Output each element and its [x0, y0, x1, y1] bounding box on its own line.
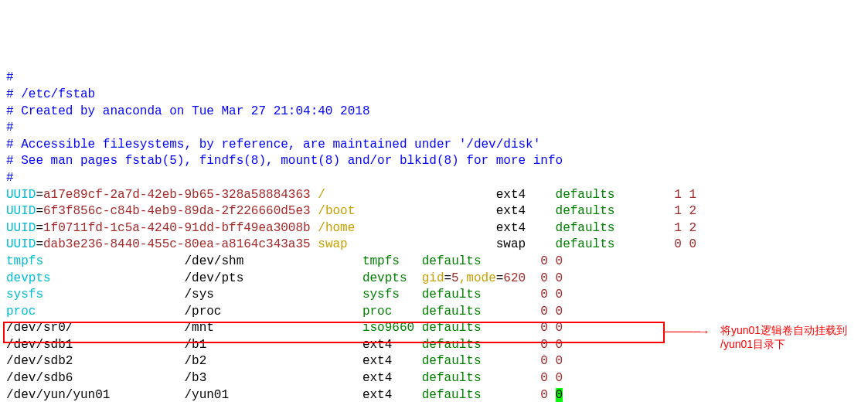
fs-type: ext4 [496, 188, 526, 202]
fstab-row: UUID=dab3e236-8440-455c-80ea-a8164c343a3… [6, 237, 696, 251]
pass: 0 [556, 354, 563, 368]
dump: 0 [540, 371, 548, 385]
mount-point: / [318, 188, 325, 202]
fstab-row: /dev/sdb2 /b2 ext4 defaults 0 0 [6, 354, 563, 368]
pass: 0 [556, 254, 563, 268]
fs-type: ext4 [363, 338, 392, 352]
mount-point: /mnt [184, 321, 213, 335]
mount-point: swap [318, 237, 347, 251]
uuid-value: 6f3f856c-c84b-4eb9-89da-2f226660d5e3 [43, 204, 311, 218]
eq: = [36, 204, 43, 218]
fstab-row-highlighted: /dev/yun/yun01 /yun01 ext4 defaults 0 0 [6, 388, 563, 402]
dump: 0 [540, 321, 548, 335]
comment-line: # [6, 171, 14, 185]
fs-type: proc [363, 305, 392, 319]
pass: 0 [556, 338, 563, 352]
fstab-row: UUID=1f0711fd-1c5a-4240-91dd-bff49ea3008… [6, 221, 696, 235]
fs-opts: defaults [556, 237, 615, 251]
uuid-label: UUID [6, 237, 36, 251]
device: devpts [6, 271, 51, 285]
fs-opts: defaults [422, 305, 482, 319]
pass: 0 [556, 288, 563, 302]
dump: 0 [540, 305, 548, 319]
fstab-row: /dev/sdb6 /b3 ext4 defaults 0 0 [6, 371, 563, 385]
fstab-row: UUID=6f3f856c-c84b-4eb9-89da-2f226660d5e… [6, 204, 696, 218]
dump: 0 [674, 237, 682, 251]
comment-line: # See man pages fstab(5), findfs(8), mou… [6, 154, 563, 168]
fs-type: swap [496, 237, 526, 251]
fs-opts: defaults [422, 288, 482, 302]
device: /dev/sdb6 [6, 371, 73, 385]
device: sysfs [6, 288, 43, 302]
device: /dev/sr0/ [6, 321, 73, 335]
dump: 1 [674, 221, 682, 235]
device: /dev/sdb1 [6, 338, 73, 352]
fstab-row: tmpfs /dev/shm tmpfs defaults 0 0 [6, 254, 563, 268]
dump: 0 [540, 338, 548, 352]
fs-opts: defaults [556, 221, 615, 235]
fs-opts: defaults [422, 338, 482, 352]
mount-point: /boot [318, 204, 355, 218]
mount-point: /home [318, 221, 355, 235]
fstab-row: sysfs /sys sysfs defaults 0 0 [6, 288, 563, 302]
uuid-value: a17e89cf-2a7d-42eb-9b65-328a58884363 [43, 188, 311, 202]
dump: 0 [540, 254, 548, 268]
mount-point: /dev/pts [184, 271, 243, 285]
fs-type: ext4 [496, 204, 526, 218]
mount-point: /b2 [184, 354, 206, 368]
mount-point: /b1 [184, 338, 206, 352]
mount-point: /yun01 [184, 388, 229, 402]
dump: 1 [674, 188, 682, 202]
fstab-row: devpts /dev/pts devpts gid=5,mode=620 0 … [6, 271, 563, 285]
pass: 0 [556, 305, 563, 319]
eq: = [36, 221, 43, 235]
pass: 0 [556, 271, 563, 285]
dump: 1 [674, 204, 682, 218]
fs-opts: defaults [556, 204, 615, 218]
comment-line: # Created by anaconda on Tue Mar 27 21:0… [6, 104, 369, 118]
dump: 0 [540, 271, 548, 285]
pass: 0 [556, 321, 563, 335]
device: tmpfs [6, 254, 43, 268]
uuid-value: dab3e236-8440-455c-80ea-a8164c343a35 [43, 237, 311, 251]
fs-type: ext4 [496, 221, 526, 235]
pass: 2 [689, 204, 696, 218]
fstab-content: # # /etc/fstab # Created by anaconda on … [6, 70, 862, 402]
fs-type: ext4 [363, 371, 392, 385]
mount-point: /dev/shm [184, 254, 243, 268]
fs-type: tmpfs [363, 254, 400, 268]
comment-line: # Accessible filesystems, by reference, … [6, 138, 540, 152]
fstab-row: /dev/sdb1 /b1 ext4 defaults 0 0 [6, 338, 563, 352]
dump: 0 [540, 388, 548, 402]
comment-line: # [6, 70, 14, 84]
mount-point: /proc [184, 305, 221, 319]
fs-type: devpts [363, 271, 407, 285]
comment-line: # [6, 121, 14, 135]
uuid-label: UUID [6, 204, 36, 218]
fs-type: iso9660 [363, 321, 414, 335]
eq: = [36, 188, 43, 202]
fs-opts: defaults [422, 254, 482, 268]
fs-type: ext4 [363, 388, 392, 402]
comment-line: # /etc/fstab [6, 87, 95, 101]
pass: 0 [689, 237, 696, 251]
cursor-highlight: 0 [556, 388, 563, 402]
fs-opts: gid=5,mode=620 [422, 271, 526, 285]
fs-type: sysfs [363, 288, 400, 302]
fs-opts: defaults [556, 188, 615, 202]
fs-opts: defaults [422, 354, 482, 368]
device: /dev/yun/yun01 [6, 388, 110, 402]
mount-point: /b3 [184, 371, 206, 385]
uuid-label: UUID [6, 221, 36, 235]
pass: 0 [556, 371, 563, 385]
fs-opts: defaults [422, 321, 482, 335]
fstab-row: proc /proc proc defaults 0 0 [6, 305, 563, 319]
fs-type: ext4 [363, 354, 392, 368]
fstab-row: /dev/sr0/ /mnt iso9660 defaults 0 0 [6, 321, 563, 335]
uuid-label: UUID [6, 188, 36, 202]
dump: 0 [540, 354, 548, 368]
eq: = [36, 237, 43, 251]
fs-opts: defaults [422, 388, 482, 402]
pass: 1 [689, 188, 696, 202]
mount-point: /sys [184, 288, 213, 302]
